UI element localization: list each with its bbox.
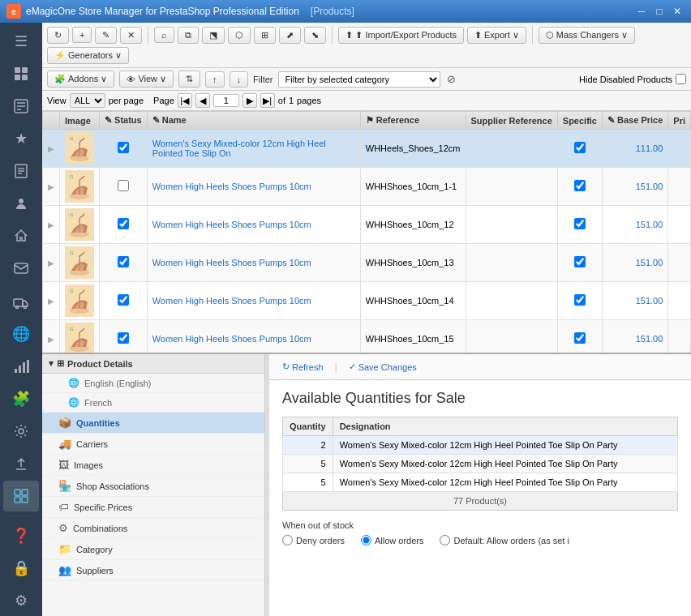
col-specific[interactable]: Specific [557,112,602,130]
col-pri[interactable]: Pri [668,112,691,130]
icon3-button[interactable]: ⬈ [279,27,301,44]
filter-clear-button[interactable]: ⊘ [445,71,457,87]
product-name-link[interactable]: Women High Heels Shoes Pumps 10cm [152,258,311,267]
col-image[interactable]: Image [60,112,100,130]
sidebar-customers-btn[interactable] [3,188,39,219]
cell-specific[interactable] [557,320,602,355]
panel-item-specific-prices[interactable]: 🏷 Specific Prices [42,497,264,518]
sidebar-prefs-btn[interactable]: ⚙ [3,585,39,616]
status-checkbox[interactable] [118,180,129,191]
table-row[interactable]: ▶ G Women High Heels Shoes Pumps 10cm WH… [43,206,691,244]
table-row[interactable]: ▶ G Women High Heels Shoes Pumps 10cm WH… [43,244,691,282]
radio-deny[interactable]: Deny orders [282,535,345,545]
save-changes-button[interactable]: ✓ Save Changes [344,359,422,374]
cell-name[interactable]: Women High Heels Shoes Pumps 10cm [147,206,360,244]
specific-checkbox[interactable] [574,294,586,306]
mass-changers-button[interactable]: ⬡ Mass Changers ∨ [539,27,635,44]
cell-specific[interactable] [557,244,602,282]
refresh-button[interactable]: ↻ [47,27,69,44]
sidebar-lock-btn[interactable]: 🔒 [3,553,39,584]
radio-default-input[interactable] [440,535,450,545]
col-status[interactable]: ✎ Status [100,112,148,130]
panel-item-category[interactable]: 📁 Category [42,539,264,560]
status-checkbox[interactable] [118,142,129,153]
cell-status[interactable] [100,320,148,355]
specific-checkbox[interactable] [574,180,586,191]
cell-status[interactable] [100,130,148,168]
status-checkbox[interactable] [118,332,129,344]
sidebar-orders-btn[interactable] [3,91,39,122]
sidebar-shipping-btn[interactable] [3,286,39,317]
sort-desc-button[interactable]: ↓ [230,71,249,88]
sidebar-global-btn[interactable]: 🌐 [3,319,39,349]
close-button[interactable]: ✕ [670,4,685,19]
filter-select[interactable]: Filter by selected category [278,71,440,88]
product-details-header[interactable]: ▾ ⊞ Product Details [42,354,264,374]
sidebar-upload-btn[interactable] [3,448,39,479]
cell-name[interactable]: Women High Heels Shoes Pumps 10cm [147,282,360,320]
sidebar-menu-btn[interactable]: ☰ [3,26,39,57]
cell-name[interactable]: Women's Sexy Mixed-color 12cm High Heel … [147,130,360,168]
maximize-button[interactable]: □ [652,4,667,19]
status-checkbox[interactable] [118,256,129,267]
sidebar-help-btn[interactable]: ❓ [3,520,39,551]
edit-button[interactable]: ✎ [95,27,117,44]
sidebar-settings-btn[interactable] [3,416,39,447]
import-export-button[interactable]: ⬆ ⬆ Import/Export Products [338,27,464,44]
specific-checkbox[interactable] [574,142,586,153]
panel-item-french[interactable]: 🌐 French [42,393,264,413]
panel-item-images[interactable]: 🖼 Images [42,455,264,476]
copy-button[interactable]: ⧉ [178,27,199,44]
hide-disabled-checkbox[interactable] [676,74,686,84]
panel-item-english[interactable]: 🌐 English (English) [42,374,264,393]
cell-name[interactable]: Women High Heels Shoes Pumps 10cm [147,320,360,355]
cell-status[interactable] [100,282,148,320]
col-supplier-ref[interactable]: Supplier Reference [466,112,557,130]
panel-item-carriers[interactable]: 🚚 Carriers [42,434,264,455]
cell-specific[interactable] [557,168,602,206]
cell-specific[interactable] [557,206,602,244]
table-row[interactable]: ▶ G Women High Heels Shoes Pumps 10cm WH… [43,168,691,206]
addons-button[interactable]: 🧩 Addons ∨ [47,71,114,88]
view-button[interactable]: 👁 View ∨ [119,71,174,88]
col-name[interactable]: ✎ Name [147,112,360,130]
table-row[interactable]: ▶ G Women High Heels Shoes Pumps 10cm WH… [43,282,691,320]
panel-item-quantities[interactable]: 📦 Quantities [42,413,264,434]
sidebar-star-btn[interactable]: ★ [3,123,39,154]
page-last-button[interactable]: ▶| [260,93,275,108]
table-row[interactable]: ▶ G Women's Sexy Mixed-color 12cm High H… [43,130,691,168]
search-button[interactable]: ⌕ [154,27,174,43]
sidebar-messages-btn[interactable] [3,253,39,284]
sidebar-home-btn[interactable] [3,220,39,251]
delete-button[interactable]: ✕ [120,27,142,44]
page-next-button[interactable]: ▶ [242,93,257,108]
col-base-price[interactable]: ✎ Base Price [602,112,667,130]
minimize-button[interactable]: ─ [634,4,649,19]
radio-allow[interactable]: Allow orders [361,535,424,545]
cell-specific[interactable] [557,282,602,320]
cell-name[interactable]: Women High Heels Shoes Pumps 10cm [147,244,360,282]
col-reference[interactable]: ⚑ Reference [360,112,466,130]
export-button[interactable]: ⬆ Export ∨ [467,27,526,44]
sort-asc-button[interactable]: ↑ [205,71,225,88]
page-input[interactable] [213,94,239,107]
status-checkbox[interactable] [118,218,129,229]
sidebar-stats-btn[interactable] [3,351,39,382]
sidebar-products-btn[interactable] [3,481,39,511]
product-name-link[interactable]: Women High Heels Shoes Pumps 10cm [152,334,311,344]
panel-item-shop-associations[interactable]: 🏪 Shop Associations [42,476,264,497]
radio-allow-input[interactable] [361,535,371,545]
view-select[interactable]: ALL [70,93,105,108]
cell-status[interactable] [100,206,148,244]
paste-button[interactable]: ⬔ [202,27,225,44]
add-button[interactable]: + [72,27,92,43]
panel-item-combinations[interactable]: ⚙ Combinations [42,518,264,539]
product-name-link[interactable]: Women's Sexy Mixed-color 12cm High Heel … [152,139,326,158]
specific-checkbox[interactable] [574,218,586,229]
icon4-button[interactable]: ⬊ [304,27,326,44]
radio-deny-input[interactable] [282,535,293,545]
icon2-button[interactable]: ⊞ [254,27,276,44]
cell-specific[interactable] [557,130,602,168]
sort-button[interactable]: ⇅ [178,71,200,88]
product-name-link[interactable]: Women High Heels Shoes Pumps 10cm [152,296,311,306]
